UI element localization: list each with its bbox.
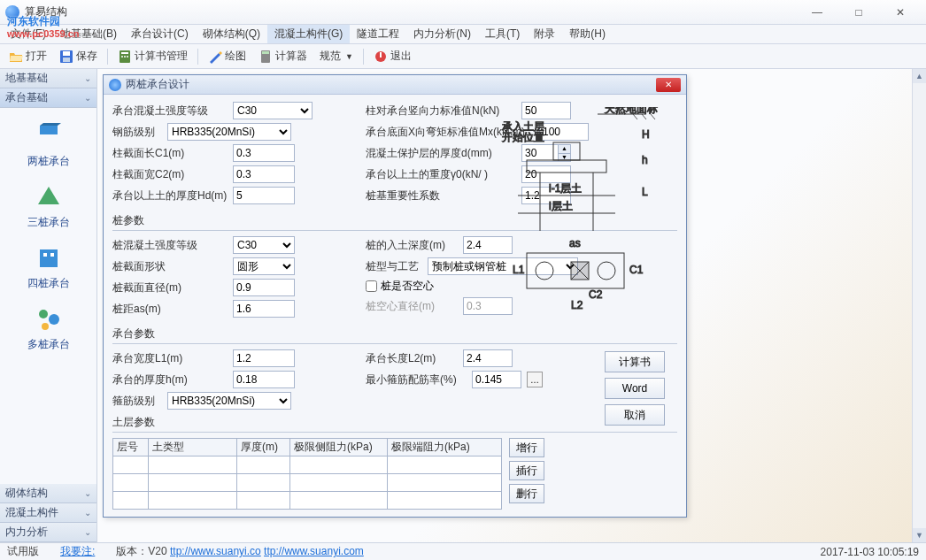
sidebar-item-pile4[interactable]: 四桩承台 <box>0 237 96 298</box>
menu-foundation[interactable]: 地基基础(B) <box>53 25 124 43</box>
sidebar-item-pile2[interactable]: 两桩承台 <box>0 115 96 176</box>
soil-table[interactable]: 层号 土类型 厚度(m) 极限侧阻力(kPa) 极限端阻力(kPa) <box>112 438 502 510</box>
sb-section-concrete[interactable]: 混凝土构件⌄ <box>0 503 96 523</box>
tb-calc-manage[interactable]: 计算书管理 <box>112 47 193 65</box>
app-icon <box>5 5 19 19</box>
svg-text:L2: L2 <box>571 299 583 311</box>
sel-stirrup[interactable]: HRB335(20MnSi) <box>167 392 291 410</box>
tb-calculator[interactable]: 计算器 <box>253 47 313 65</box>
svg-text:C1: C1 <box>629 264 644 276</box>
maximize-button[interactable]: □ <box>838 3 879 22</box>
lbl-l1: 承台宽度L1(m) <box>112 351 228 366</box>
chevron-icon: ⌄ <box>84 527 91 537</box>
btn-calc[interactable]: 计算书 <box>605 351 665 372</box>
th-end: 极限端阻力(kPa) <box>388 439 502 456</box>
lbl-pile-dia: 桩截面直径(m) <box>112 280 228 295</box>
inp-l1[interactable] <box>233 349 295 367</box>
status-version: 版本：V20 ttp://www.suanyi.co ttp://www.sua… <box>116 544 363 559</box>
status-timestamp: 2017-11-03 10:05:19 <box>821 546 919 558</box>
sel-pile-shape[interactable]: 圆形 <box>233 257 295 275</box>
tb-spec[interactable]: 规范▼ <box>314 47 359 65</box>
svg-rect-2 <box>63 58 70 62</box>
btn-insert-row[interactable]: 插行 <box>509 461 544 480</box>
btn-del-row[interactable]: 删行 <box>509 484 544 503</box>
svg-text:H: H <box>642 128 650 141</box>
content-area: 两桩承台设计 ✕ 承台混凝土强度等级C30 钢筋级别HRB335(20MnSi)… <box>97 69 926 542</box>
sb-section-force[interactable]: 内力分析⌄ <box>0 523 96 542</box>
th-layer-no: 层号 <box>113 439 149 456</box>
menu-appendix[interactable]: 附录 <box>527 25 562 43</box>
menu-masonry[interactable]: 砌体结构(Q) <box>196 25 267 43</box>
status-register-link[interactable]: 我要注: <box>60 545 95 557</box>
sb-section-cap[interactable]: 承台基础⌄ <box>0 88 96 108</box>
sb-section-foundation[interactable]: 地基基础⌄ <box>0 69 96 88</box>
sidebar-item-pile3[interactable]: 三桩承台 <box>0 176 96 237</box>
svg-text:L: L <box>642 186 648 198</box>
menu-file[interactable]: 文件(E) <box>4 25 53 43</box>
table-row[interactable] <box>113 492 502 510</box>
lbl-hollow-dia: 桩空心直径(m) <box>366 299 458 314</box>
tb-open[interactable]: 打开 <box>4 47 52 65</box>
btn-rho-more[interactable]: … <box>527 372 543 387</box>
sb-section-masonry[interactable]: 砌体结构⌄ <box>0 484 96 503</box>
btn-word[interactable]: Word <box>605 378 665 399</box>
dialog-pile2-design: 两桩承台设计 ✕ 承台混凝土强度等级C30 钢筋级别HRB335(20MnSi)… <box>103 74 687 518</box>
inp-pile-as[interactable] <box>233 300 295 318</box>
exit-icon <box>374 50 388 64</box>
btn-cancel[interactable]: 取消 <box>605 404 665 426</box>
th-thickness: 厚度(m) <box>237 439 290 456</box>
inp-c2[interactable] <box>233 165 295 183</box>
tb-draw[interactable]: 绘图 <box>203 47 251 65</box>
table-row[interactable] <box>113 474 502 492</box>
lbl-gamma0: 承台以上土的重度γ0(kN/ ) <box>366 167 516 182</box>
menu-concrete[interactable]: 混凝土构件(G) <box>267 25 350 43</box>
scroll-up[interactable]: ▲ <box>913 69 926 83</box>
sel-rebar-grade[interactable]: HRB335(20MnSi) <box>167 123 291 141</box>
close-button[interactable]: ✕ <box>880 3 921 22</box>
chk-hollow[interactable] <box>366 280 377 292</box>
tb-save[interactable]: 保存 <box>54 47 103 65</box>
svg-text:i-1层土: i-1层土 <box>549 182 582 195</box>
svg-text:天然地面标: 天然地面标 <box>605 107 658 115</box>
menu-help[interactable]: 帮助(H) <box>562 25 613 43</box>
menu-tunnel[interactable]: 隧道工程 <box>350 25 406 43</box>
dialog-title: 两桩承台设计 <box>126 77 656 92</box>
inp-hd[interactable] <box>233 187 295 204</box>
lbl-pile-as: 桩距as(m) <box>112 302 228 317</box>
tb-exit[interactable]: 退出 <box>368 47 417 65</box>
scroll-down[interactable]: ▼ <box>913 528 926 542</box>
btn-add-row[interactable]: 增行 <box>509 438 544 457</box>
svg-text:h: h <box>642 154 648 166</box>
lbl-hd: 承台以上土的厚度Hd(m) <box>112 188 228 203</box>
svg-point-17 <box>42 323 49 330</box>
inp-pile-dia[interactable] <box>233 279 295 296</box>
svg-point-6 <box>124 56 126 58</box>
svg-rect-21 <box>527 160 606 173</box>
lbl-stirrup: 箍筋级别 <box>112 394 162 409</box>
svg-point-15 <box>39 310 48 318</box>
svg-text:C2: C2 <box>589 288 603 301</box>
sel-pile-concrete[interactable]: C30 <box>233 236 295 254</box>
table-row[interactable] <box>113 456 502 474</box>
inp-l2[interactable] <box>463 349 513 367</box>
status-trial: 试用版 <box>7 544 39 559</box>
statusbar: 试用版 我要注: 版本：V20 ttp://www.suanyi.co ttp:… <box>0 542 926 560</box>
minimize-button[interactable]: — <box>797 3 837 22</box>
inp-rho[interactable] <box>472 371 521 388</box>
svg-point-34 <box>536 262 553 280</box>
status-url2[interactable]: ttp://www.suanyi.com <box>264 545 364 557</box>
lbl-rho: 最小箍筋配筋率(%) <box>366 372 467 387</box>
menu-cap-design[interactable]: 承台设计(C) <box>124 25 196 43</box>
dialog-close-button[interactable]: ✕ <box>656 78 681 92</box>
sel-concrete-grade[interactable]: C30 <box>233 102 313 119</box>
vertical-scrollbar[interactable]: ▲ ▼ <box>912 69 926 542</box>
status-url1[interactable]: ttp://www.suanyi.co <box>170 545 261 557</box>
inp-c1[interactable] <box>233 144 295 162</box>
sidebar-item-pilemulti[interactable]: 多桩承台 <box>0 298 96 359</box>
menu-tools[interactable]: 工具(T) <box>478 25 527 43</box>
chevron-icon: ⌄ <box>84 93 91 103</box>
svg-point-16 <box>49 314 59 325</box>
th-side: 极限侧阻力(kPa) <box>290 439 388 456</box>
menu-force[interactable]: 内力分析(N) <box>406 25 478 43</box>
inp-h[interactable] <box>233 371 295 388</box>
